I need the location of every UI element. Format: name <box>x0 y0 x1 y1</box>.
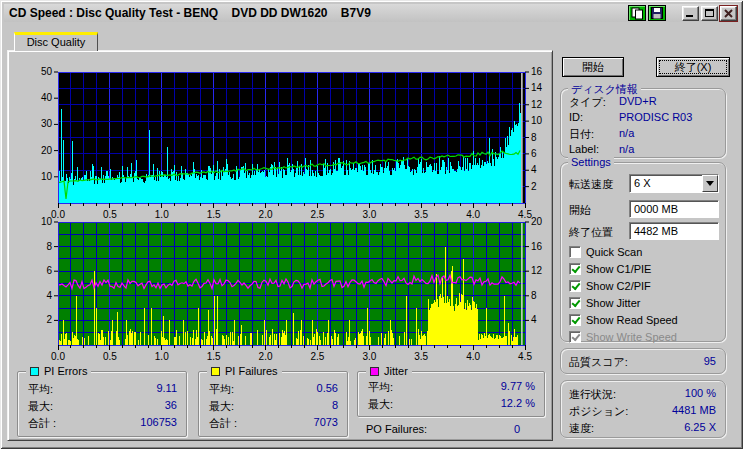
speed-value: 6 X <box>634 177 651 189</box>
svg-text:16: 16 <box>531 241 543 252</box>
pi-errors-max-value: 36 <box>165 399 177 411</box>
minimize-icon <box>686 15 693 17</box>
checkbox-show-jitter[interactable]: Show Jitter <box>569 296 640 310</box>
svg-text:12: 12 <box>531 99 543 110</box>
quality-score-group: 品質スコア: 95 <box>560 348 726 374</box>
pi-failures-total-value: 7073 <box>314 416 338 428</box>
save-icon[interactable] <box>648 5 666 21</box>
disc-date-label: 日付: <box>569 127 594 142</box>
window-title: CD Speed : Disc Quality Test - BENQ DVD … <box>4 6 371 20</box>
maximize-button[interactable] <box>701 6 718 21</box>
svg-text:4: 4 <box>531 164 537 175</box>
svg-text:50: 50 <box>41 66 53 77</box>
tab-disc-quality[interactable]: Disc Quality <box>14 32 98 51</box>
svg-text:30: 30 <box>41 118 53 129</box>
disc-type-label: タイプ: <box>569 95 606 110</box>
svg-text:4: 4 <box>531 314 537 325</box>
checkbox-box <box>569 246 581 258</box>
checkbox-show-c2-pif[interactable]: Show C2/PIF <box>569 279 651 293</box>
pi-failures-max-value: 8 <box>332 399 338 411</box>
start-button[interactable]: 開始 <box>562 57 624 77</box>
settings-group: Settings 転送速度 6 X 開始 終了位置 Quick Scan Sho… <box>560 162 726 342</box>
close-button[interactable] <box>720 6 737 21</box>
position-label: ポジション: <box>569 404 628 419</box>
po-failures-label: PO Failures: <box>366 423 427 435</box>
checkbox-box <box>569 280 581 292</box>
svg-text:10: 10 <box>41 216 53 227</box>
pi-errors-title: PI Errors <box>44 365 87 377</box>
pi-errors-swatch <box>30 367 39 376</box>
end-position-label: 終了位置 <box>569 225 613 240</box>
checkbox-show-c1-pie[interactable]: Show C1/PIE <box>569 262 651 276</box>
disc-id-label: ID: <box>569 111 583 123</box>
floppy-glyph <box>651 7 663 19</box>
svg-text:2.5: 2.5 <box>310 351 324 362</box>
disc-label-value: n/a <box>619 143 634 155</box>
pi-errors-max-label: 最大: <box>28 399 53 414</box>
svg-text:2: 2 <box>531 181 537 192</box>
tab-label: Disc Quality <box>15 35 97 48</box>
pi-failures-total-label: 合計 : <box>209 416 237 431</box>
titlebar-buttons <box>628 5 739 21</box>
svg-text:8: 8 <box>531 290 537 301</box>
copy-icon[interactable] <box>628 5 646 21</box>
svg-text:6: 6 <box>531 148 537 159</box>
disc-info-group: ディスク情報 タイプ: DVD+R ID: PRODISC R03 日付: n/… <box>560 88 726 158</box>
start-position-label: 開始 <box>569 203 591 218</box>
svg-text:4: 4 <box>46 290 52 301</box>
speed-select[interactable]: 6 X <box>629 174 719 193</box>
speed-readout-label: 速度: <box>569 421 594 436</box>
svg-text:14: 14 <box>531 82 543 93</box>
jitter-avg-value: 9.77 % <box>501 380 535 392</box>
close-icon <box>724 9 733 18</box>
po-failures-value: 0 <box>514 423 520 435</box>
start-position-field[interactable] <box>629 200 719 218</box>
end-position-field[interactable] <box>629 222 719 240</box>
disc-label-label: Label: <box>569 143 599 155</box>
svg-text:3.5: 3.5 <box>414 351 428 362</box>
svg-text:2: 2 <box>46 314 52 325</box>
arrow-down-glyph <box>706 181 714 186</box>
window-titlebar[interactable]: CD Speed : Disc Quality Test - BENQ DVD … <box>4 4 739 22</box>
progress-label: 進行状況: <box>569 387 616 402</box>
pi-failures-max-label: 最大: <box>209 399 234 414</box>
jitter-swatch <box>370 367 379 376</box>
checkbox-show-read-speed[interactable]: Show Read Speed <box>569 313 678 327</box>
po-failures-row: PO Failures: 0 <box>366 423 520 435</box>
checkbox-box <box>569 297 581 309</box>
pi-errors-panel: PI Errors 平均: 9.11 最大: 36 合計 : 106753 <box>17 371 187 437</box>
minimize-button[interactable] <box>682 6 699 21</box>
pi-errors-speed-chart: 10203040502468101214160.00.51.01.52.02.5… <box>36 64 548 220</box>
svg-text:20: 20 <box>531 216 543 227</box>
quality-score-value: 95 <box>704 355 716 367</box>
maximize-icon <box>705 9 714 17</box>
progress-value: 100 % <box>685 387 716 399</box>
pi-failures-jitter-chart: 246810481216200.00.51.01.52.02.53.03.54.… <box>36 214 548 364</box>
chevron-down-icon[interactable] <box>702 175 718 192</box>
checkbox-quick-scan[interactable]: Quick Scan <box>569 245 642 259</box>
svg-text:16: 16 <box>531 66 543 77</box>
svg-text:10: 10 <box>41 171 53 182</box>
svg-text:4.0: 4.0 <box>466 351 480 362</box>
checkbox-box <box>569 331 581 343</box>
pi-failures-swatch <box>211 367 220 376</box>
progress-group: 進行状況: 100 % ポジション: 4481 MB 速度: 6.25 X <box>560 380 726 438</box>
disc-date-value: n/a <box>619 127 634 139</box>
svg-text:4.5: 4.5 <box>518 351 532 362</box>
app-window: CD Speed : Disc Quality Test - BENQ DVD … <box>0 0 743 449</box>
pi-errors-total-label: 合計 : <box>28 416 56 431</box>
pi-failures-avg-label: 平均: <box>209 382 234 397</box>
jitter-panel: Jitter 平均: 9.77 % 最大: 12.2 % <box>357 371 545 417</box>
speed-label: 転送速度 <box>569 177 613 192</box>
pi-errors-avg-label: 平均: <box>28 382 53 397</box>
settings-title: Settings <box>568 156 614 168</box>
svg-text:40: 40 <box>41 92 53 103</box>
svg-text:8: 8 <box>46 241 52 252</box>
jitter-max-value: 12.2 % <box>501 397 535 409</box>
pi-failures-panel: PI Failures 平均: 0.56 最大: 8 合計 : 7073 <box>198 371 348 437</box>
pi-errors-total-value: 106753 <box>140 416 177 428</box>
svg-text:12: 12 <box>531 265 543 276</box>
exit-button[interactable]: 終了(X) <box>656 57 730 77</box>
svg-text:3.0: 3.0 <box>362 351 376 362</box>
svg-text:1.5: 1.5 <box>207 351 221 362</box>
